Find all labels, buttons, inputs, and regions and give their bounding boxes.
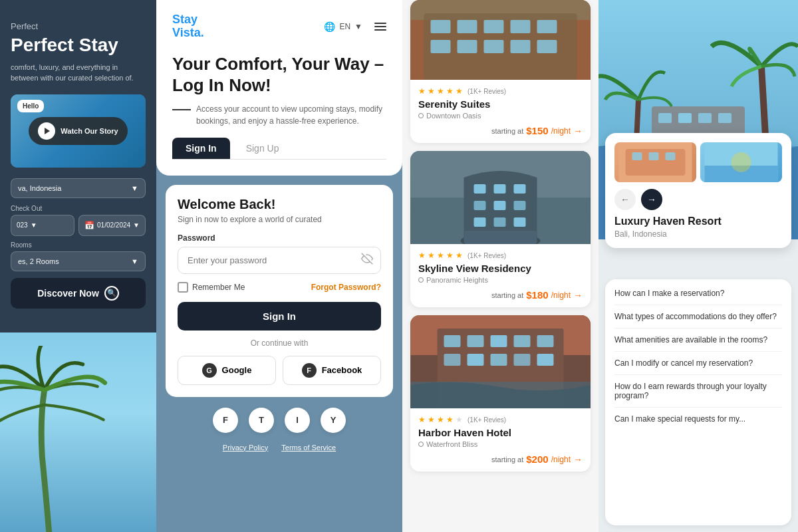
svg-rect-48 (698, 113, 712, 123)
hotel-info-serenity: ★★★★★ (1K+ Revies) Serenity Suites Downt… (410, 80, 591, 143)
hotel-card-skyline[interactable]: ★★★★★ (1K+ Revies) Skyline View Residenc… (410, 151, 591, 307)
faq-item-4[interactable]: Can I modify or cancel my reservation? (614, 352, 782, 375)
faq-item-5[interactable]: How do I earn rewards through your loyal… (614, 375, 782, 408)
hotel-location-harbor: Waterfront Bliss (418, 440, 583, 448)
language-selector[interactable]: 🌐 EN ▼ (324, 21, 362, 32)
svg-rect-21 (514, 201, 526, 210)
panel1-title: Perfect Perfect Stay (11, 13, 146, 57)
svg-rect-19 (474, 201, 486, 210)
svg-rect-30 (444, 335, 461, 347)
hamburger-menu[interactable] (374, 23, 386, 31)
svg-rect-53 (649, 152, 659, 160)
svg-rect-34 (537, 335, 554, 347)
panel1-subtitle: comfort, luxury, and everything in betwe… (11, 62, 146, 84)
discover-button[interactable]: Discover Now 🔍 (11, 278, 146, 309)
terms-link[interactable]: Terms of Service (281, 444, 336, 452)
svg-rect-4 (431, 20, 451, 33)
auth-tabs: Sign In Sign Up (172, 138, 386, 160)
hotel-card-serenity[interactable]: ★★★★★ (1K+ Revies) Serenity Suites Downt… (410, 0, 591, 143)
signup-tab[interactable]: Sign Up (233, 138, 293, 159)
checkout-date[interactable]: 📅 01/02/2024 ▼ (78, 215, 146, 236)
checkout-year[interactable]: 023 ▼ (11, 215, 74, 236)
tagline: Access your account to view upcoming sta… (172, 103, 386, 127)
password-input[interactable] (178, 247, 381, 274)
faq-section: How can I make a reservation? What types… (605, 279, 791, 525)
svg-rect-26 (464, 231, 537, 244)
rooms-group: Rooms es, 2 Rooms ▼ (11, 241, 146, 271)
forgot-password-link[interactable]: Forgot Password? (311, 283, 381, 292)
signin-button[interactable]: Sign In (178, 302, 381, 331)
hotel-price-skyline: starting at $180 /night → (418, 289, 583, 301)
svg-rect-22 (474, 217, 486, 227)
checkout-label: Check Out (11, 205, 146, 212)
login-top-section: Stay Vista. 🌐 EN ▼ Your Comfort, Your Wa… (156, 0, 402, 176)
svg-rect-13 (537, 40, 557, 53)
footer-social-i[interactable]: I (285, 408, 310, 433)
faq-item-3[interactable]: What amenities are available in the room… (614, 329, 782, 352)
facebook-login-button[interactable]: F Facebook (283, 356, 381, 385)
watch-story-button[interactable]: Watch Our Story (29, 117, 127, 145)
hotel-image-harbor (410, 315, 591, 408)
play-icon (38, 122, 55, 140)
rooms-label: Rooms (11, 241, 146, 249)
hotel-rating-skyline: ★★★★★ (1K+ Revies) (418, 251, 583, 260)
svg-rect-11 (484, 40, 504, 53)
footer-social-f[interactable]: F (213, 408, 238, 433)
remember-checkbox[interactable] (178, 282, 188, 293)
resort-panel: ← → Luxury Haven Resort Bali, Indonesia … (598, 0, 798, 532)
search-icon: 🔍 (104, 286, 119, 301)
login-panel: Stay Vista. 🌐 EN ▼ Your Comfort, Your Wa… (156, 0, 402, 532)
svg-rect-36 (467, 354, 484, 366)
footer-links: Privacy Policy Terms of Service (156, 444, 402, 460)
svg-rect-54 (666, 152, 676, 160)
footer-social-y[interactable]: Y (321, 408, 346, 433)
svg-point-57 (732, 152, 751, 172)
svg-rect-39 (537, 354, 554, 366)
hotel-location-skyline: Panoramic Heights (418, 276, 583, 284)
hotel-name-skyline: Skyline View Residency (418, 263, 583, 274)
faq-item-2[interactable]: What types of accommodations do they off… (614, 305, 782, 329)
destination-group: va, Indonesia ▼ (11, 178, 146, 198)
calendar-icon: 📅 (84, 221, 94, 230)
location-pin-icon (418, 442, 424, 447)
svg-rect-24 (514, 217, 526, 227)
toggle-password-icon[interactable] (361, 253, 373, 267)
logo: Stay Vista. (172, 13, 204, 40)
svg-rect-8 (537, 20, 557, 33)
hotel-price-harbor: starting at $200 /night → (418, 454, 583, 465)
hotel-info-harbor: ★★★★ ★ (1K+ Revies) Harbor Haven Hotel W… (410, 408, 591, 471)
faq-item-1[interactable]: How can I make a reservation? (614, 282, 782, 305)
password-label: Password (178, 233, 381, 243)
social-footer: F T I Y (156, 397, 402, 444)
svg-rect-10 (458, 40, 477, 53)
tagline-line-decoration (172, 109, 191, 110)
svg-rect-49 (718, 113, 732, 123)
resort-thumbnails (614, 142, 782, 182)
resort-name: Luxury Haven Resort (614, 215, 782, 227)
svg-rect-20 (494, 201, 506, 210)
faq-item-6[interactable]: Can I make special requests for my... (614, 408, 782, 430)
rooms-select[interactable]: es, 2 Rooms ▼ (11, 251, 146, 271)
google-icon: G (202, 363, 217, 378)
svg-rect-47 (678, 113, 692, 123)
palm-tree-decoration (0, 346, 120, 532)
prev-arrow-button[interactable]: ← (614, 189, 636, 210)
privacy-policy-link[interactable]: Privacy Policy (223, 444, 268, 452)
hotel-card-harbor[interactable]: ★★★★ ★ (1K+ Revies) Harbor Haven Hotel W… (410, 315, 591, 471)
svg-rect-16 (474, 184, 486, 194)
booking-panel: Perfect Perfect Stay comfort, luxury, an… (0, 0, 156, 532)
google-login-button[interactable]: G Google (178, 356, 276, 385)
carousel-nav: ← → (614, 189, 782, 210)
destination-select[interactable]: va, Indonesia ▼ (11, 178, 146, 198)
checkout-row: 023 ▼ 📅 01/02/2024 ▼ (11, 215, 146, 236)
footer-social-t[interactable]: T (249, 408, 274, 433)
svg-rect-35 (444, 354, 461, 366)
logo-row: Stay Vista. 🌐 EN ▼ (172, 13, 386, 40)
svg-rect-37 (491, 354, 507, 366)
next-arrow-button[interactable]: → (641, 189, 662, 210)
location-pin-icon (418, 113, 424, 118)
svg-rect-46 (658, 113, 672, 123)
header-controls: 🌐 EN ▼ (324, 21, 386, 32)
hotel-location-serenity: Downtown Oasis (418, 112, 583, 120)
signin-tab[interactable]: Sign In (172, 138, 230, 159)
